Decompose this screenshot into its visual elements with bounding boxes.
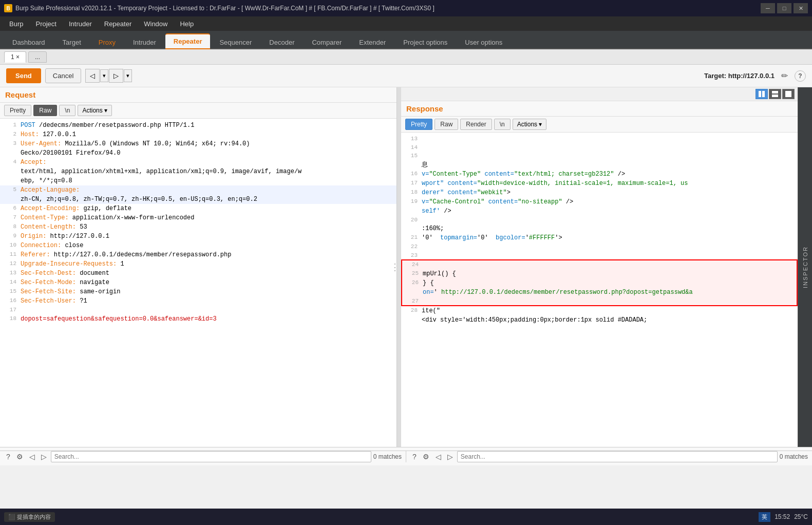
response-search-settings-icon[interactable]: ⚙ [421, 452, 431, 462]
request-line-8: 8 Content-Length: 53 [0, 222, 396, 232]
tab-repeater[interactable]: Repeater [165, 33, 211, 49]
response-search-help-icon[interactable]: ? [410, 452, 419, 462]
request-search-settings-icon[interactable]: ⚙ [14, 452, 25, 462]
toolbar: Send Cancel ◁ ▾ ▷ ▾ Target: http://127.0… [0, 65, 812, 87]
forward-drop-button[interactable]: ▾ [124, 69, 132, 82]
request-line-17: 17 [0, 306, 396, 314]
title-bar: B Burp Suite Professional v2020.12.1 - T… [0, 0, 812, 16]
forward-button[interactable]: ▷ [109, 69, 123, 83]
close-button[interactable]: ✕ [794, 3, 808, 13]
maximize-button[interactable]: □ [777, 3, 791, 13]
response-search-forward-icon[interactable]: ▷ [445, 452, 455, 462]
resp-line-28: 28 ite("<div style='width:450px;padding:… [401, 306, 798, 325]
taskbar-app[interactable]: ⬛ 提插拿的内容 [4, 512, 55, 522]
request-line-4c: ebp, */*;q=0.8 [0, 176, 396, 185]
menu-project[interactable]: Project [30, 18, 61, 29]
resp-line-18: 18 derer" content="webkit"> [401, 188, 798, 197]
tab-dashboard[interactable]: Dashboard [4, 35, 53, 49]
request-line-5: 5 Accept-Language: [0, 185, 396, 195]
resp-line-25: 25 mpUrl() { [401, 269, 798, 278]
tab-project-options[interactable]: Project options [395, 35, 456, 49]
request-code-area[interactable]: 1 POST /dedecms/member/resetpassword.php… [0, 119, 396, 447]
cancel-button[interactable]: Cancel [45, 68, 81, 83]
subtab-more[interactable]: ... [28, 51, 47, 63]
request-panel: Request Pretty Raw \n Actions ▾ 1 POST /… [0, 87, 397, 447]
request-line-16: 16 Sec-Fetch-User: ?1 [0, 296, 396, 306]
response-search-back-icon[interactable]: ◁ [433, 452, 443, 462]
temp-display: 25°C [794, 513, 808, 520]
response-tab-raw[interactable]: Raw [435, 119, 458, 130]
menu-window[interactable]: Window [139, 18, 173, 29]
help-button[interactable]: ? [795, 70, 806, 82]
response-search-input[interactable] [457, 451, 778, 462]
tab-decoder[interactable]: Decoder [261, 35, 303, 49]
response-panel: Response Pretty Raw Render \n Actions ▾ … [401, 87, 798, 447]
response-toolbar: Pretty Raw Render \n Actions ▾ [401, 117, 798, 133]
resp-line-21: 21 '0' topmargin='0' bgcolor='#FFFFFF'> [401, 233, 798, 242]
app-icon: B [4, 4, 12, 12]
request-line-11: 11 Referer: http://127.0.0.1/dedecms/mem… [0, 250, 396, 259]
response-actions-label: Actions [517, 121, 537, 128]
response-actions-chevron-icon: ▾ [539, 121, 542, 128]
inspector-panel: INSPECTOR [798, 87, 812, 447]
request-search-input[interactable] [51, 451, 371, 462]
request-line-2: 2 Host: 127.0.0.1 [0, 130, 396, 139]
menu-repeater[interactable]: Repeater [99, 18, 137, 29]
request-search-matches: 0 matches [373, 453, 402, 460]
resp-line-15b: 息 [401, 160, 798, 170]
send-button[interactable]: Send [6, 68, 41, 83]
resp-line-24: 24 [401, 259, 798, 269]
response-tab-pretty[interactable]: Pretty [405, 119, 432, 130]
resp-line-15: 15 [401, 152, 798, 160]
request-search-back-icon[interactable]: ◁ [27, 452, 37, 462]
tab-user-options[interactable]: User options [457, 35, 511, 49]
request-line-4: 4 Accept: [0, 158, 396, 167]
tab-proxy[interactable]: Proxy [90, 35, 124, 49]
response-tab-newline[interactable]: \n [494, 119, 511, 130]
request-line-15: 15 Sec-Fetch-Site: same-origin [0, 287, 396, 296]
view-horizontal-button[interactable] [769, 89, 781, 99]
response-actions-button[interactable]: Actions ▾ [513, 119, 546, 130]
request-actions-button[interactable]: Actions ▾ [78, 105, 111, 116]
request-tab-pretty[interactable]: Pretty [4, 105, 31, 116]
resp-line-22: 22 [401, 242, 798, 251]
response-tab-render[interactable]: Render [460, 119, 492, 130]
tab-intruder[interactable]: Intruder [125, 35, 164, 49]
menu-help[interactable]: Help [175, 18, 199, 29]
request-tab-newline[interactable]: \n [59, 105, 75, 116]
tab-comparer[interactable]: Comparer [304, 35, 350, 49]
nav-tabs: Dashboard Target Proxy Intruder Repeater… [0, 31, 812, 49]
back-drop-button[interactable]: ▾ [100, 69, 108, 82]
target-label: Target: http://127.0.0.1 [704, 72, 775, 80]
view-single-button[interactable] [782, 89, 795, 99]
request-line-14: 14 Sec-Fetch-Mode: navigate [0, 278, 396, 287]
resp-line-26: 26 } { [401, 278, 798, 288]
request-line-10: 10 Connection: close [0, 241, 396, 250]
request-search-help-icon[interactable]: ? [4, 452, 12, 462]
menu-burp[interactable]: Burp [4, 18, 28, 29]
request-tab-raw[interactable]: Raw [33, 105, 57, 116]
sub-tabs: 1 × ... [0, 49, 812, 65]
request-line-13: 13 Sec-Fetch-Dest: document [0, 269, 396, 278]
svg-rect-3 [772, 95, 778, 97]
resp-line-19: 19 v="Cache-Control" content="no-siteapp… [401, 197, 798, 207]
back-button[interactable]: ◁ [85, 69, 100, 83]
tab-extender[interactable]: Extender [351, 35, 394, 49]
response-code-area[interactable]: 13 14 15 息 16 v="Content-Type" content="… [401, 133, 798, 447]
request-search-forward-icon[interactable]: ▷ [39, 452, 49, 462]
menu-intruder[interactable]: Intruder [64, 18, 97, 29]
edit-target-button[interactable]: ✏ [779, 69, 790, 82]
view-split-button[interactable] [756, 89, 768, 99]
tab-sequencer[interactable]: Sequencer [211, 35, 260, 49]
tab-target[interactable]: Target [54, 35, 89, 49]
bottom-search-bar: ? ⚙ ◁ ▷ 0 matches ? ⚙ ◁ ▷ 0 matches [0, 447, 812, 465]
request-line-9: 9 Origin: http://127.0.0.1 [0, 232, 396, 241]
minimize-button[interactable]: ─ [761, 3, 775, 13]
request-header: Request [0, 87, 396, 103]
subtab-1[interactable]: 1 × [4, 51, 26, 63]
taskbar-right: 英 15:52 25°C [759, 512, 808, 522]
taskbar: ⬛ 提插拿的内容 英 15:52 25°C [0, 509, 812, 525]
main-area: Request Pretty Raw \n Actions ▾ 1 POST /… [0, 87, 812, 447]
request-line-6: 6 Accept-Encoding: gzip, deflate [0, 204, 396, 213]
request-line-12: 12 Upgrade-Insecure-Requests: 1 [0, 259, 396, 269]
